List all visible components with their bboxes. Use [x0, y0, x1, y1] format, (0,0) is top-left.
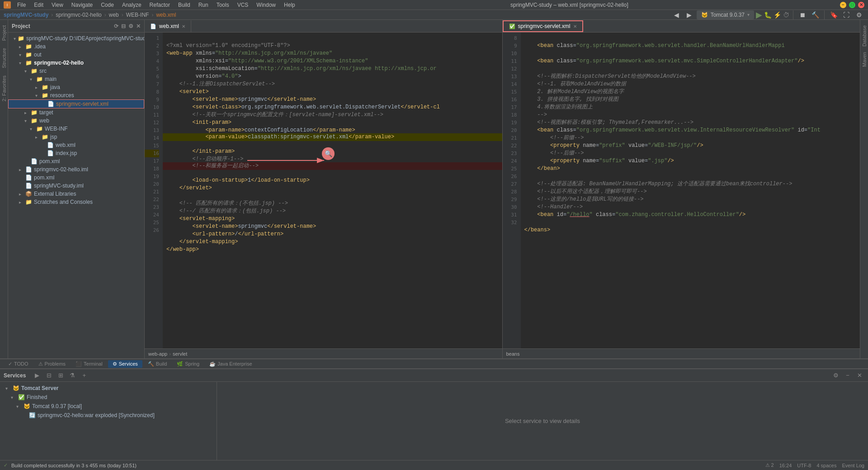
label-src: src [39, 68, 47, 74]
tab-java-enterprise[interactable]: ☕ Java Enterprise [205, 360, 256, 368]
tab-services[interactable]: ⚙ Services [108, 360, 142, 368]
menu-view[interactable]: View [48, 1, 67, 9]
tab-todo[interactable]: ✓ TODO [4, 360, 33, 368]
menu-window[interactable]: Window [253, 1, 279, 9]
webxml-tab-close[interactable]: ✕ [182, 24, 185, 29]
collapse-icon[interactable]: ⊟ [121, 23, 126, 29]
maximize-button[interactable]: □ [849, 2, 855, 8]
tree-item-study-iml[interactable]: 📄 springMVC-study.iml [8, 182, 144, 190]
arrow-root: ▾ [14, 36, 16, 41]
tab-webxml-left[interactable]: 📄 web.xml ✕ [145, 20, 191, 32]
tab-web[interactable]: web [109, 12, 119, 18]
left-code-editor[interactable]: 12345 678910 1112131415 1617181920 21222… [145, 33, 502, 348]
left-code-content[interactable]: <?xml version="1.0" encoding="UTF-8"?> <… [163, 33, 502, 348]
tree-item-servlet-xml[interactable]: 📄 springmvc-servlet.xml [8, 99, 144, 108]
tree-item-resources[interactable]: ▾ 📁 resources [8, 91, 144, 99]
servletxml-file-icon: ✅ [509, 24, 515, 29]
hide-icon[interactable]: ✕ [136, 23, 141, 29]
menu-code[interactable]: Code [97, 1, 118, 9]
build-icon: 🔨 [148, 361, 154, 367]
tab-terminal[interactable]: ⬛ Terminal [71, 360, 107, 368]
tree-item-target[interactable]: ▸ 📁 target [8, 108, 144, 117]
bookmark-button[interactable]: 🔖 [828, 9, 839, 20]
nav-forward-button[interactable]: ▶ [684, 9, 695, 20]
tab-servlet-xml-right[interactable]: ✅ springmvc-servlet.xml ✕ [503, 20, 583, 32]
bc-webap: web-app [148, 351, 167, 357]
tree-item-iml[interactable]: ▸ 📄 springmvc-02-hello.iml [8, 165, 144, 174]
tab-webxml[interactable]: web.xml [156, 12, 176, 18]
tab-build[interactable]: 🔨 Build [143, 360, 171, 368]
tab-spring[interactable]: 🌿 Spring [172, 360, 204, 368]
menu-file[interactable]: File [14, 1, 29, 9]
menu-help[interactable]: Help [280, 1, 299, 9]
tree-item-java[interactable]: ▸ 📁 java [8, 83, 144, 91]
service-tomcat-instance[interactable]: ▾ 🐱 Tomcat 9.0.37 [local] [0, 402, 217, 411]
services-close-btn[interactable]: ✕ [854, 371, 864, 381]
tree-item-idea[interactable]: ▸ 📁 .idea [8, 42, 144, 51]
tree-item-scratches[interactable]: ▸ 📁 Scratches and Consoles [8, 198, 144, 206]
services-label: Services [119, 361, 138, 367]
stop-button[interactable]: ⏹ [797, 9, 808, 20]
coverage-button[interactable]: ⚡ [774, 11, 781, 19]
expand-button[interactable]: ⛶ [841, 9, 852, 20]
tab-springmvc-02-hello[interactable]: springmvc-02-hello [56, 12, 101, 18]
menu-tools[interactable]: Tools [213, 1, 233, 9]
services-collapse-btn[interactable]: ⊟ [44, 371, 54, 381]
service-finished[interactable]: ▾ ✅ Finished [0, 393, 217, 402]
services-run-btn[interactable]: ▶ [32, 371, 42, 381]
service-tomcat-server[interactable]: ▾ 🐱 Tomcat Server [0, 384, 217, 393]
tomcat-selector[interactable]: 🐱 Tomcat 9.0.37 ▾ [697, 10, 754, 19]
menu-analyze[interactable]: Analyze [118, 1, 145, 9]
tree-item-root[interactable]: ▾ 📁 springMVC-study D:\IDEAproject\sprin… [8, 34, 144, 42]
sidebar-database-tab[interactable]: Database [862, 24, 867, 48]
status-warning[interactable]: ⚠ 2 [765, 462, 774, 468]
debug-button[interactable]: 🐛 [764, 11, 772, 19]
servletxml-tab-close[interactable]: ✕ [573, 24, 577, 29]
service-deploy[interactable]: 🔄 springmvc-02-hello:war exploded [Synch… [0, 411, 217, 420]
tab-problems[interactable]: ⚠ Problems [34, 360, 70, 368]
menu-edit[interactable]: Edit [30, 1, 47, 9]
magnifier-icon[interactable]: 🔍 [322, 147, 335, 160]
tree-item-jsp[interactable]: ▸ 📁 jsp [8, 133, 144, 141]
services-minus-btn[interactable]: − [843, 371, 853, 381]
sync-icon[interactable]: ⟳ [114, 23, 118, 29]
tree-item-src[interactable]: ▾ 📁 src [8, 67, 144, 75]
minimize-button[interactable]: − [840, 2, 846, 8]
profile-button[interactable]: ⏱ [783, 11, 789, 19]
sidebar-favorites-tab[interactable]: 2: Favorites [1, 74, 7, 103]
tree-item-out[interactable]: ▾ 📁 out [8, 51, 144, 59]
sidebar-structure-tab[interactable]: Structure [1, 46, 7, 70]
tab-springmvc-study[interactable]: springMVC-study [4, 12, 48, 18]
xml-icon-servlet: 📄 [47, 101, 54, 107]
tab-webinf[interactable]: WEB-INF [126, 12, 149, 18]
gear-icon[interactable]: ⚙ [128, 23, 133, 29]
run-button[interactable]: ▶ [756, 10, 762, 20]
tree-item-main[interactable]: ▾ 📁 main [8, 75, 144, 83]
services-expand-btn[interactable]: ⊞ [56, 371, 66, 381]
services-add-btn[interactable]: + [79, 371, 89, 381]
tree-item-springmvc[interactable]: ▾ 📁 springmvc-02-hello [8, 59, 144, 67]
right-code-editor[interactable]: 89101112 1314151617 1819202122 232425262… [503, 33, 860, 348]
tree-item-indexjsp[interactable]: 📄 index.jsp [8, 149, 144, 157]
close-button[interactable]: ✕ [858, 2, 864, 8]
tree-item-pom[interactable]: 📄 pom.xml [8, 157, 144, 165]
build-button[interactable]: 🔨 [810, 9, 821, 20]
menu-navigate[interactable]: Navigate [68, 1, 96, 9]
tree-item-webxml[interactable]: 📄 web.xml [8, 141, 144, 149]
sidebar-maven-tab[interactable]: Maven [862, 50, 867, 69]
services-filter-btn[interactable]: ⚗ [67, 371, 77, 381]
settings-button[interactable]: ⚙ [854, 9, 864, 20]
menu-vcs[interactable]: VCS [234, 1, 252, 9]
menu-run[interactable]: Run [195, 1, 212, 9]
tree-item-webinf[interactable]: ▾ 📁 WEB-INF [8, 125, 144, 133]
menu-refactor[interactable]: Refactor [146, 1, 174, 9]
tree-item-web[interactable]: ▾ 📁 web [8, 117, 144, 125]
tree-item-root-pom[interactable]: 📄 pom.xml [8, 174, 144, 182]
right-code-content[interactable]: <bean class="org.springframework.web.ser… [521, 33, 860, 348]
sidebar-project-tab[interactable]: Project [1, 24, 7, 42]
nav-back-button[interactable]: ◀ [671, 9, 682, 20]
menu-build[interactable]: Build [175, 1, 194, 9]
services-gear-btn[interactable]: ⚙ [831, 371, 841, 381]
tree-item-external[interactable]: ▸ 📦 External Libraries [8, 190, 144, 198]
event-log-button[interactable]: Event Log [842, 463, 864, 468]
